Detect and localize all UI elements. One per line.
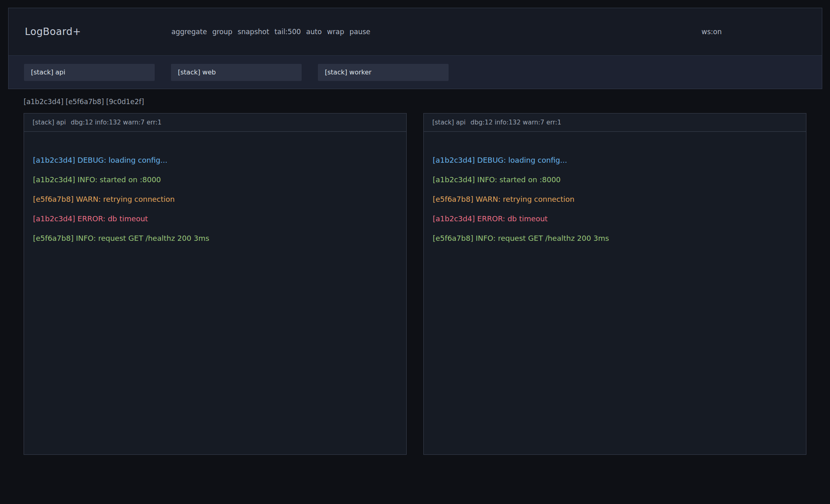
- log-panel-header: [stack] api dbg:12 info:132 warn:7 err:1: [424, 113, 806, 132]
- log-panel-header: [stack] api dbg:12 info:132 warn:7 err:1: [24, 113, 406, 132]
- app-title: LogBoard+: [25, 26, 171, 37]
- log-viewport[interactable]: [a1b2c3d4] DEBUG: loading config... [a1b…: [24, 132, 406, 454]
- tab-stack-worker[interactable]: [stack] worker: [318, 64, 449, 81]
- panel-source-label: [stack] api: [33, 119, 66, 126]
- log-line: [a1b2c3d4] ERROR: db timeout: [433, 209, 797, 229]
- toolbar: aggregate group snapshot tail:500 auto w…: [171, 28, 370, 36]
- log-panel-right: [stack] api dbg:12 info:132 warn:7 err:1…: [423, 113, 806, 455]
- menu-item-aggregate[interactable]: aggregate: [171, 28, 207, 36]
- log-line: [a1b2c3d4] DEBUG: loading config...: [33, 151, 397, 170]
- panel-source-label: [stack] api: [432, 119, 466, 126]
- ws-status-toggle[interactable]: ws:on: [701, 28, 722, 36]
- menu-item-snapshot[interactable]: snapshot: [238, 28, 269, 36]
- menu-item-group[interactable]: group: [212, 28, 232, 36]
- tab-stack-api[interactable]: [stack] api: [24, 64, 155, 81]
- menu-item-wrap[interactable]: wrap: [327, 28, 344, 36]
- topbar-main: LogBoard+ aggregate group snapshot tail:…: [9, 8, 822, 56]
- log-line: [a1b2c3d4] ERROR: db timeout: [33, 209, 397, 229]
- panel-stats: dbg:12 info:132 warn:7 err:1: [71, 119, 162, 126]
- log-line: [a1b2c3d4] INFO: started on :8000: [33, 170, 397, 190]
- log-viewport[interactable]: [a1b2c3d4] DEBUG: loading config... [a1b…: [424, 132, 806, 454]
- log-line: [e5f6a7b8] WARN: retrying connection: [433, 190, 797, 209]
- topbar: LogBoard+ aggregate group snapshot tail:…: [8, 8, 822, 89]
- log-line: [a1b2c3d4] INFO: started on :8000: [433, 170, 797, 190]
- log-line: [e5f6a7b8] INFO: request GET /healthz 20…: [433, 229, 797, 248]
- panel-stats: dbg:12 info:132 warn:7 err:1: [471, 119, 561, 126]
- log-line: [e5f6a7b8] WARN: retrying connection: [33, 190, 397, 209]
- menu-item-pause[interactable]: pause: [349, 28, 370, 36]
- stream-tabs: [stack] api [stack] web [stack] worker: [9, 56, 822, 89]
- log-panels: [stack] api dbg:12 info:132 warn:7 err:1…: [24, 113, 806, 455]
- menu-item-auto[interactable]: auto: [306, 28, 322, 36]
- menu-item-tail[interactable]: tail:500: [274, 28, 301, 36]
- log-line: [e5f6a7b8] INFO: request GET /healthz 20…: [33, 229, 397, 248]
- tab-stack-web[interactable]: [stack] web: [171, 64, 302, 81]
- log-line: [a1b2c3d4] DEBUG: loading config...: [433, 151, 797, 170]
- trace-id-list: [a1b2c3d4] [e5f6a7b8] [9c0d1e2f]: [24, 98, 144, 106]
- log-panel-left: [stack] api dbg:12 info:132 warn:7 err:1…: [24, 113, 407, 455]
